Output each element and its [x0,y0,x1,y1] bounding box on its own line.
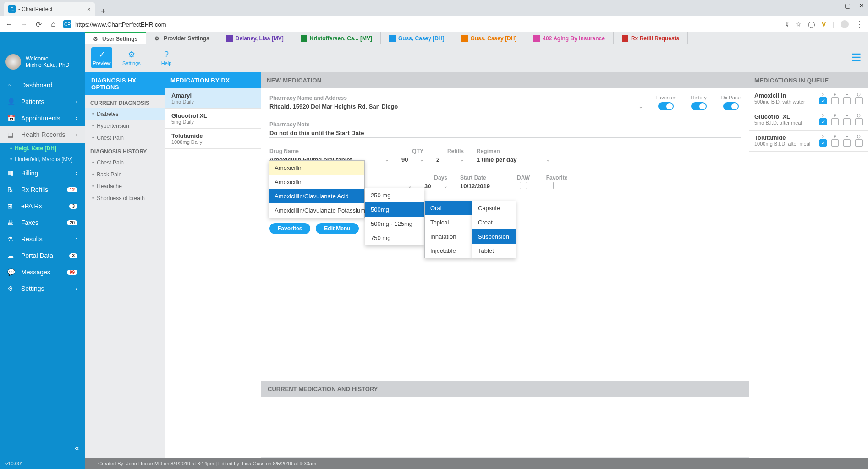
sidebar-collapse-icon[interactable]: « [75,443,79,453]
dropdown-option[interactable]: Amoxicillin/Clavulanate Acid [269,189,364,203]
diagnosis-item[interactable]: Headache [85,180,165,192]
forward-icon[interactable]: → [19,20,28,28]
sidebar-item-patients[interactable]: 👤Patients› [0,93,85,110]
tab-patient[interactable]: Guss, Casey [DH] [453,32,526,44]
medication-item[interactable]: Tolutamide1000mg Daily [165,129,261,149]
dropdown-option[interactable]: Amoxicillin [269,161,364,175]
home-icon[interactable]: ⌂ [49,20,58,28]
edit-menu-button[interactable]: Edit Menu [316,223,358,234]
queue-checkbox[interactable] [831,97,839,104]
sidebar-item-health-records[interactable]: ▤Health Records› [0,126,85,143]
favorite-checkbox[interactable] [553,182,560,189]
dropdown-option[interactable]: Topical [425,215,472,229]
tab-patient[interactable]: Kristoffersen, Ca... [MV] [292,32,381,44]
table-row[interactable] [261,397,749,417]
dxpane-toggle[interactable] [723,102,739,110]
tab-user-settings[interactable]: ⚙User Settings [85,32,146,44]
dropdown-option[interactable]: Suspension [472,229,516,244]
dropdown-option[interactable]: Amoxicillin/Clavulanate Potassium [269,203,364,218]
queue-checkbox[interactable] [843,118,851,125]
sidebar-sub-item[interactable]: Heigl, Kate [DH] [0,143,85,154]
dropdown-option[interactable]: 250 mg [365,188,424,202]
diagnosis-item[interactable]: Diabetes [85,108,165,120]
sidebar-item-dashboard[interactable]: ⌂Dashboard [0,77,85,93]
window-close[interactable]: ✕ [859,2,864,9]
dropdown-option[interactable]: 500mg [365,202,424,217]
back-icon[interactable]: ← [5,20,14,28]
tab-patient[interactable]: Guss, Casey [DH] [381,32,453,44]
help-button[interactable]: ? Help [158,48,176,68]
tab-patient[interactable]: Delaney, Lisa [MV] [218,32,292,44]
refills-field[interactable]: 2⌄ [436,155,464,164]
diagnosis-item[interactable]: Shortness of breath [85,192,165,204]
days-field[interactable]: 30⌄ [424,182,447,191]
user-avatar[interactable] [5,54,21,70]
menu-icon[interactable]: ☰ [852,51,862,64]
queue-s-checkbox[interactable]: ✓ [819,97,827,104]
window-minimize[interactable]: — [830,2,836,9]
settings-button[interactable]: ⚙ Settings [119,48,144,68]
dropdown-option[interactable]: Oral [425,201,472,215]
table-row[interactable] [261,417,749,437]
dropdown-option[interactable]: Capsule [472,201,516,215]
sidebar-item-portal-data[interactable]: ☁Portal Data3 [0,247,85,264]
medication-item[interactable]: Glucotrol XL5mg Daily [165,109,261,129]
queue-s-checkbox[interactable]: ✓ [819,139,827,147]
new-tab-button[interactable]: + [101,7,106,16]
star-icon[interactable]: ☆ [796,21,802,28]
tab-report[interactable]: 402 Aging By Insurance [525,32,614,44]
dropdown-option[interactable]: 500mg - 125mg [365,217,424,231]
reload-icon[interactable]: ⟳ [34,20,43,29]
sidebar-sub-item[interactable]: Linderfeld, Marcus [MV] [0,154,85,165]
circle-icon[interactable]: ◯ [808,21,815,28]
sidebar-item-results[interactable]: ⚗Results› [0,231,85,247]
medication-item[interactable]: Amaryl1mg Daily [165,88,261,109]
queue-checkbox[interactable] [855,139,863,147]
diagnosis-item[interactable]: Back Pain [85,169,165,180]
dropdown-option[interactable]: Tablet [472,244,516,258]
favorites-toggle[interactable] [658,102,674,110]
dropdown-option[interactable]: Inhalation [425,229,472,244]
diagnosis-item[interactable]: Chest Pain [85,132,165,144]
dropdown-option[interactable]: Creat [472,215,516,229]
queue-checkbox[interactable] [831,118,839,125]
tab-rx-refill[interactable]: Rx Refill Requests [614,32,688,44]
dropdown-option[interactable]: 750 mg [365,231,424,245]
overflow-menu-icon[interactable]: ⋮ [855,19,863,29]
history-toggle[interactable] [691,102,707,110]
sidebar-item-billing[interactable]: ▦Billing› [0,165,85,181]
dropdown-option[interactable]: Amoxicillin [269,175,364,189]
sidebar-item-rx-refills[interactable]: ℞Rx Refills12 [0,181,85,198]
sidebar-item-settings[interactable]: ⚙Settings› [0,280,85,297]
tab-provider-settings[interactable]: ⚙Provider Settings [146,32,218,44]
favorites-button[interactable]: Favorites [269,223,310,234]
diagnosis-item[interactable]: Hypertension [85,120,165,132]
pharmacy-note-field[interactable]: Do not do this until the Start Date [269,129,741,138]
pharmacy-field[interactable]: Riteaid, 15920 Del Mar Heights Rd, San D… [269,102,643,111]
close-icon[interactable]: × [87,5,91,13]
profile-avatar-icon[interactable] [841,20,849,28]
queue-checkbox[interactable] [843,97,851,104]
sidebar-item-faxes[interactable]: 🖷Faxes20 [0,214,85,231]
key-icon[interactable]: ⚷ [785,21,789,28]
preview-button[interactable]: ✓ Preview [91,47,112,68]
queue-s-checkbox[interactable]: ✓ [819,118,827,125]
regimen-field[interactable]: 1 time per day⌄ [477,155,550,164]
queue-checkbox[interactable] [831,139,839,147]
v-icon[interactable]: V [822,21,826,28]
dropdown-option[interactable]: Injectable [425,244,472,258]
sidebar-item-messages[interactable]: 💬Messages99 [0,264,85,280]
daw-checkbox[interactable] [520,182,527,189]
table-row[interactable] [261,437,749,458]
qty-field[interactable]: 90⌄ [401,155,423,164]
url-bar[interactable]: CP https://www.ChartPerfectEHR.com [63,20,384,28]
queue-checkbox[interactable] [843,139,851,147]
sidebar-item-epa-rx[interactable]: ⊞ePA Rx3 [0,198,85,214]
start-date-field[interactable]: 10/12/2019 [460,182,501,191]
queue-checkbox[interactable] [855,118,863,125]
sidebar-item-appointments[interactable]: 📅Appointments› [0,110,85,126]
queue-checkbox[interactable] [855,97,863,104]
browser-tab[interactable]: C - ChartPerfect × [4,2,95,16]
diagnosis-item[interactable]: Chest Pain [85,157,165,169]
window-maximize[interactable]: ▢ [845,2,851,9]
